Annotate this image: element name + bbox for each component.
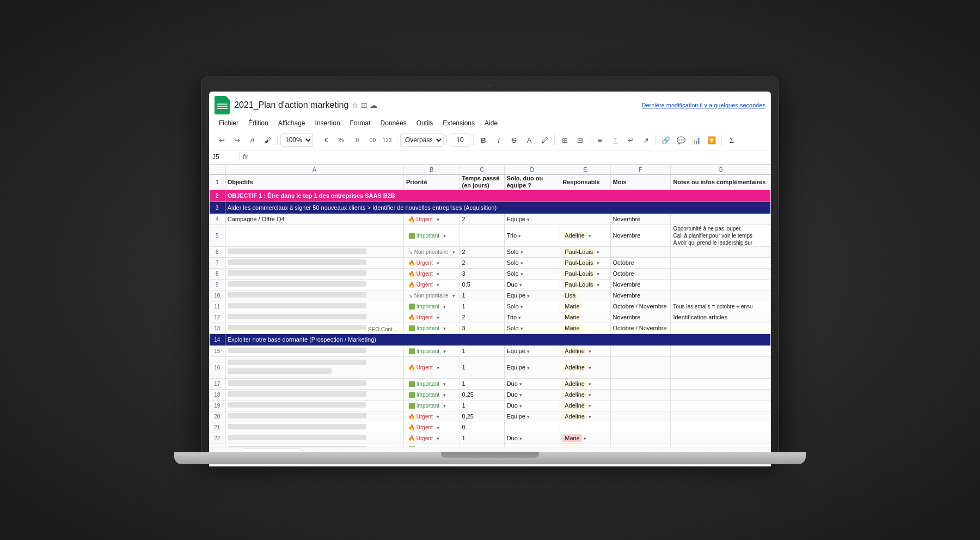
menu-extensions[interactable]: Extensions: [438, 118, 479, 129]
cell-22a[interactable]: [225, 433, 403, 444]
cell-21e[interactable]: [560, 422, 610, 433]
menu-donnees[interactable]: Données: [376, 118, 411, 129]
cell-17a[interactable]: [225, 378, 403, 389]
cell-19d[interactable]: Duo ▾: [504, 400, 560, 411]
cell-17c[interactable]: 1: [460, 378, 504, 389]
cell-18g[interactable]: [671, 389, 771, 400]
cell-13g[interactable]: [671, 323, 771, 333]
cell-19f[interactable]: [610, 400, 671, 411]
cell-23f[interactable]: Novembre: [610, 444, 671, 447]
cell-18c[interactable]: 0,25: [460, 389, 504, 400]
strikethrough-button[interactable]: S: [507, 133, 521, 147]
cell-12g[interactable]: Identification articles: [671, 312, 771, 323]
col-header-e[interactable]: E: [560, 165, 610, 174]
cell-7a[interactable]: [225, 257, 403, 268]
align-h-button[interactable]: ≡: [593, 133, 607, 147]
cell-8a[interactable]: [225, 268, 403, 279]
cell-15e[interactable]: Adeline ▾: [560, 345, 610, 356]
decimal-dec-button[interactable]: .0: [350, 133, 364, 147]
cell-4e[interactable]: [560, 214, 610, 225]
cell-16b[interactable]: 🔥 Urgent ▾: [404, 356, 460, 378]
menu-aide[interactable]: Aide: [480, 118, 502, 129]
cell-12e[interactable]: Marie: [560, 312, 610, 323]
cell-12a[interactable]: [225, 312, 403, 323]
cell-15g[interactable]: [671, 345, 771, 356]
cell-10f[interactable]: Novembre: [610, 290, 671, 301]
cell-8c[interactable]: 3: [460, 268, 504, 279]
cloud-icon[interactable]: ☁: [370, 101, 377, 110]
cell-5b[interactable]: 🟩 Important ▾: [404, 225, 460, 246]
text-color-button[interactable]: A: [522, 133, 536, 147]
cell-5f[interactable]: Novembre: [610, 225, 671, 246]
cell-5a[interactable]: [225, 225, 403, 246]
menu-outils[interactable]: Outils: [412, 118, 438, 129]
cell-20g[interactable]: [671, 411, 771, 422]
cell-4c[interactable]: 2: [460, 214, 504, 225]
cell-11e[interactable]: Marie: [560, 301, 610, 312]
cell-8d[interactable]: Solo ▾: [504, 268, 560, 279]
cell-10a[interactable]: [225, 290, 403, 301]
cell-17b[interactable]: 🟩 Important ▾: [404, 378, 460, 389]
cell-11f[interactable]: Octobre / Novembre: [610, 301, 671, 312]
cell-17e[interactable]: Adeline ▾: [560, 378, 610, 389]
cell-16g[interactable]: [671, 356, 771, 378]
cell-18b[interactable]: 🟩 Important ▾: [404, 389, 460, 400]
cell-19a[interactable]: [225, 400, 403, 411]
cell-23d[interactable]: Solo ▾: [504, 444, 560, 447]
cell-23e[interactable]: Lisa: [560, 444, 610, 447]
folder-icon[interactable]: ⊡: [361, 101, 367, 110]
cell-10d[interactable]: Equipe ▾: [504, 290, 560, 301]
cell-7d[interactable]: Solo ▾: [504, 257, 560, 268]
cell-23c[interactable]: 2: [460, 444, 504, 447]
cell-13f[interactable]: Octobre / Novembre: [610, 323, 671, 333]
cell-7b[interactable]: 🔥 Urgent ▾: [404, 257, 460, 268]
cell-9d[interactable]: Duo ▾: [504, 279, 560, 290]
undo-button[interactable]: ↩: [215, 133, 229, 147]
cell-13d[interactable]: Solo ▾: [504, 323, 560, 333]
align-v-button[interactable]: ⌶: [608, 133, 622, 147]
cell-9e[interactable]: Paul-Louis ▾: [560, 279, 610, 290]
cell-19e[interactable]: Adeline ▾: [560, 400, 610, 411]
cell-23a[interactable]: [225, 444, 403, 447]
cell-16a[interactable]: [225, 356, 403, 378]
borders-button[interactable]: ⊞: [558, 133, 572, 147]
cell-4a[interactable]: Campagne / Offre Q4: [225, 214, 403, 225]
cell-5c[interactable]: [460, 225, 504, 246]
cell-20a[interactable]: [225, 411, 403, 422]
cell-8f[interactable]: Octobre: [610, 268, 671, 279]
cell-9f[interactable]: Novembre: [610, 279, 671, 290]
currency-button[interactable]: €: [319, 133, 333, 147]
cell-17g[interactable]: [671, 378, 771, 389]
cell-22d[interactable]: Duo ▾: [504, 433, 560, 444]
cell-20d[interactable]: Equipe ▾: [504, 411, 560, 422]
zoom-select[interactable]: 100%: [280, 134, 313, 147]
cell-15d[interactable]: Equipe ▾: [504, 345, 560, 356]
cell-23g[interactable]: [671, 444, 771, 447]
cell-21c[interactable]: 0: [460, 422, 504, 433]
cell-4g[interactable]: [671, 214, 771, 225]
cell-9g[interactable]: [671, 279, 771, 290]
filter-button[interactable]: 🔽: [705, 133, 719, 147]
menu-edition[interactable]: Édition: [244, 118, 273, 129]
italic-button[interactable]: I: [492, 133, 506, 147]
cell-19c[interactable]: 1: [460, 400, 504, 411]
cell-20f[interactable]: [610, 411, 671, 422]
cell-13a[interactable]: SEO Contenu: [225, 323, 403, 333]
cell-16f[interactable]: [610, 356, 671, 378]
col-header-d[interactable]: D: [504, 165, 560, 174]
cell-6d[interactable]: Solo ▾: [504, 246, 560, 257]
cell-12d[interactable]: Trio ▾: [504, 312, 560, 323]
cell-4f[interactable]: Novembre: [610, 214, 671, 225]
cell-7e[interactable]: Paul-Louis ▾: [560, 257, 610, 268]
cell-21g[interactable]: [671, 422, 771, 433]
cell-12c[interactable]: 2: [460, 312, 504, 323]
cell-5g[interactable]: Opportunité à ne pas louper.Call à plani…: [671, 225, 771, 246]
cell-18e[interactable]: Adeline ▾: [560, 389, 610, 400]
cell-13e[interactable]: Marie: [560, 323, 610, 333]
cell-9c[interactable]: 0,5: [460, 279, 504, 290]
cell-21d[interactable]: [504, 422, 560, 433]
cell-22c[interactable]: 1: [460, 433, 504, 444]
cell-19g[interactable]: [671, 400, 771, 411]
cell-20e[interactable]: Adeline ▾: [560, 411, 610, 422]
percent-button[interactable]: %: [334, 133, 348, 147]
